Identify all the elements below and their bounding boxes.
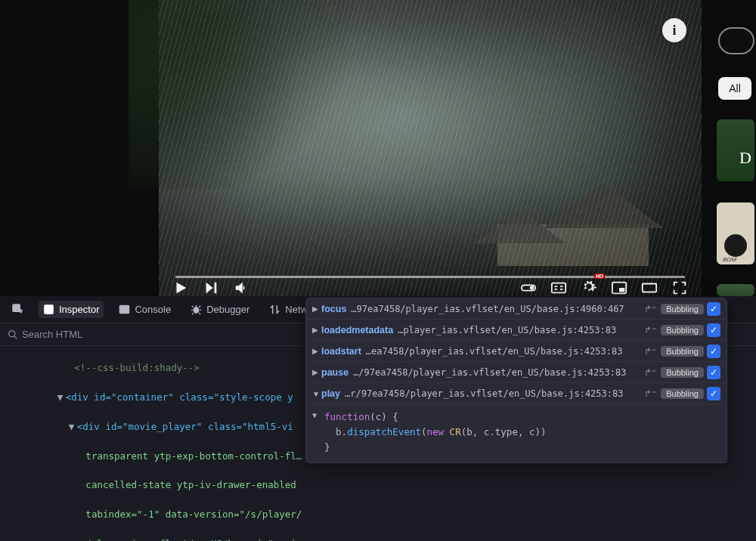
scene-rain [159, 0, 702, 296]
expand-icon[interactable]: ▶ [312, 347, 321, 355]
video-thumbnail[interactable]: BGM [717, 202, 754, 264]
filter-chip-all[interactable]: All [718, 77, 751, 100]
play-icon[interactable] [172, 280, 189, 296]
info-badge[interactable]: i [662, 18, 686, 42]
bubbling-badge: Bubbling [661, 367, 704, 378]
event-source-link[interactable]: …/97ea7458/player_ias.vflset/en_US/base.… [353, 367, 640, 378]
event-name: focus [321, 304, 346, 314]
event-enabled-checkbox[interactable]: ✓ [707, 345, 720, 358]
event-listener-row[interactable]: ▶pause…/97ea7458/player_ias.vflset/en_US… [306, 362, 727, 383]
goto-icon[interactable]: ↱⁼ [644, 304, 656, 314]
event-source-link[interactable]: …ea7458/player_ias.vflset/en_US/base.js:… [366, 346, 640, 357]
fullscreen-icon[interactable] [671, 280, 688, 296]
tab-console[interactable]: Console [114, 301, 175, 318]
svg-rect-7 [45, 305, 53, 314]
search-icon [8, 329, 17, 339]
event-listener-row[interactable]: ▶focus…97ea7458/player_ias.vflset/en_US/… [306, 298, 727, 320]
expand-icon[interactable]: ▶ [312, 368, 321, 376]
goto-icon[interactable]: ↱⁼ [644, 346, 656, 357]
tab-debugger[interactable]: Debugger [186, 301, 254, 318]
bubbling-badge: Bubbling [661, 388, 704, 399]
next-icon[interactable] [203, 280, 219, 296]
autoplay-icon[interactable] [520, 280, 537, 296]
event-listener-row[interactable]: ▶loadstart…ea7458/player_ias.vflset/en_U… [306, 341, 727, 362]
event-name: loadedmetadata [321, 325, 393, 335]
svg-point-9 [194, 308, 199, 314]
bubbling-badge: Bubbling [661, 325, 704, 335]
hd-badge: HD [594, 274, 605, 279]
event-listener-row[interactable]: ▶loadedmetadata…player_ias.vflset/en_US/… [306, 320, 727, 341]
svg-point-1 [530, 286, 534, 290]
tab-inspector[interactable]: Inspector [39, 301, 104, 318]
pick-element-button[interactable] [8, 301, 28, 318]
video-thumbnail[interactable]: D [717, 119, 754, 181]
event-source-link[interactable]: …97ea7458/player_ias.vflset/en_US/base.j… [351, 304, 640, 314]
dom-node[interactable]: /player_ias.vflset/en_US/base.js" aria [0, 536, 401, 541]
event-enabled-checkbox[interactable]: ✓ [707, 323, 720, 337]
goto-icon[interactable]: ↱⁼ [644, 325, 656, 335]
svg-rect-2 [552, 283, 565, 293]
event-listeners-panel: ▶focus…97ea7458/player_ias.vflset/en_US/… [305, 298, 727, 463]
captions-icon[interactable] [550, 280, 567, 296]
volume-icon[interactable] [233, 280, 249, 296]
svg-rect-8 [120, 305, 129, 313]
event-source-link[interactable]: …r/97ea7458/player_ias.vflset/en_US/base… [345, 388, 640, 399]
thumb-label: BGM [723, 256, 736, 263]
settings-icon[interactable]: HD [581, 278, 597, 298]
svg-point-10 [9, 331, 15, 337]
svg-rect-4 [619, 288, 624, 292]
miniplayer-icon[interactable] [611, 280, 627, 296]
goto-icon[interactable]: ↱⁼ [644, 388, 656, 399]
svg-rect-5 [643, 284, 656, 292]
tab-label: Console [135, 304, 171, 315]
expand-icon[interactable]: ▶ [312, 326, 321, 334]
event-name: play [321, 388, 340, 399]
tab-label: Inspector [59, 304, 99, 315]
dom-node[interactable]: cancelled-state ytp-iv-drawer-enabled [0, 478, 401, 492]
tab-label: Netw [285, 304, 308, 315]
bubbling-badge: Bubbling [661, 346, 704, 357]
event-handler-code: ▼ function(c) { b.dispatchEvent(new CR(b… [306, 404, 727, 462]
expand-icon[interactable]: ▼ [312, 390, 321, 398]
event-listener-row[interactable]: ▼play…r/97ea7458/player_ias.vflset/en_US… [306, 383, 727, 404]
event-source-link[interactable]: …player_ias.vflset/en_US/base.js:4253:83 [398, 325, 640, 335]
search-pill[interactable] [718, 27, 754, 54]
theater-icon[interactable] [641, 280, 658, 296]
bubbling-badge: Bubbling [661, 304, 704, 314]
right-sidebar: All D BGM [714, 0, 756, 296]
thumb-letter: D [739, 148, 751, 168]
search-placeholder: Search HTML [22, 329, 82, 340]
event-name: loadstart [321, 346, 361, 357]
tab-label: Debugger [206, 304, 249, 315]
expand-icon[interactable]: ▶ [312, 305, 321, 313]
event-enabled-checkbox[interactable]: ✓ [707, 302, 720, 316]
video-player[interactable]: i HD [159, 0, 702, 296]
event-enabled-checkbox[interactable]: ✓ [707, 366, 720, 379]
event-enabled-checkbox[interactable]: ✓ [707, 387, 720, 400]
video-thumbnail[interactable] [717, 284, 754, 296]
event-name: pause [321, 367, 349, 378]
dom-node[interactable]: tabindex="-1" data-version="/s/player/ [0, 507, 401, 521]
goto-icon[interactable]: ↱⁼ [644, 367, 656, 378]
